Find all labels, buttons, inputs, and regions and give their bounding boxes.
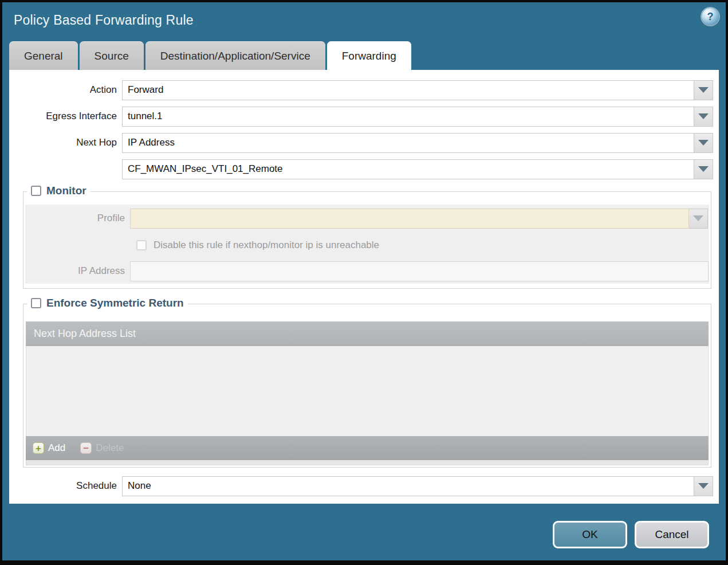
action-value: Forward [128, 84, 163, 96]
monitor-profile-row: Profile [25, 208, 709, 229]
add-button-label: Add [48, 442, 65, 454]
action-select[interactable]: Forward [122, 80, 694, 100]
profile-label: Profile [25, 213, 130, 224]
monitor-ip-row: IP Address [25, 261, 709, 281]
add-plus-icon: + [33, 442, 44, 454]
disable-rule-label: Disable this rule if nexthop/monitor ip … [154, 240, 379, 251]
tab-forwarding-label: Forwarding [342, 50, 396, 62]
profile-dropdown-button [689, 209, 708, 229]
delete-minus-icon: − [80, 442, 92, 454]
enforce-symmetric-return-checkbox[interactable] [31, 298, 41, 308]
schedule-dropdown-button[interactable] [694, 476, 713, 496]
next-hop-label: Next Hop [9, 137, 122, 148]
next-hop-address-list-table: Next Hop Address List + Add − Delete [26, 321, 709, 465]
action-row: Action Forward [9, 80, 713, 100]
add-button[interactable]: + Add [33, 442, 65, 454]
action-label: Action [9, 84, 122, 96]
tab-general[interactable]: General [9, 41, 78, 70]
tab-destination-label: Destination/Application/Service [160, 50, 310, 62]
egress-interface-row: Egress Interface tunnel.1 [9, 106, 713, 127]
schedule-value: None [128, 480, 151, 492]
help-question-glyph: ? [707, 11, 714, 23]
ok-button-label: OK [582, 528, 597, 541]
monitor-ip-input [130, 261, 709, 281]
monitor-legend-label: Monitor [46, 185, 86, 197]
egress-interface-select[interactable]: tunnel.1 [122, 107, 694, 127]
help-icon[interactable]: ? [702, 8, 719, 25]
tab-source-label: Source [95, 50, 129, 62]
tab-general-label: General [24, 50, 63, 62]
next-hop-address-list-body[interactable] [26, 346, 709, 436]
delete-button-label: Delete [96, 442, 124, 454]
next-hop-address-list-header-label: Next Hop Address List [34, 328, 136, 340]
chevron-down-icon [698, 483, 709, 489]
egress-interface-label: Egress Interface [9, 111, 122, 122]
chevron-down-icon [698, 166, 709, 172]
disable-rule-row: Disable this rule if nexthop/monitor ip … [25, 235, 709, 256]
next-hop-address-row: CF_MWAN_IPsec_VTI_01_Remote [9, 159, 713, 179]
action-dropdown-button[interactable] [694, 80, 713, 100]
profile-select [130, 209, 689, 229]
chevron-down-icon [698, 113, 709, 119]
delete-button: − Delete [80, 442, 124, 454]
next-hop-address-dropdown-button[interactable] [694, 159, 713, 179]
disable-rule-checkbox [136, 240, 147, 250]
next-hop-address-value: CF_MWAN_IPsec_VTI_01_Remote [128, 163, 283, 175]
chevron-down-icon [698, 140, 709, 146]
enforce-symmetric-return-fieldset: Enforce Symmetric Return Next Hop Addres… [23, 304, 711, 468]
next-hop-row: Next Hop IP Address [9, 132, 713, 153]
next-hop-type-select[interactable]: IP Address [122, 133, 694, 153]
cancel-button-label: Cancel [655, 528, 688, 541]
monitor-inner: Profile Disable this rule if nexthop/mon… [25, 205, 709, 284]
policy-based-forwarding-dialog: Policy Based Forwarding Rule ? General S… [2, 2, 726, 560]
schedule-select[interactable]: None [122, 476, 694, 496]
egress-interface-value: tunnel.1 [128, 111, 163, 122]
monitor-fieldset: Monitor Profile Disable this [23, 191, 711, 289]
tab-source[interactable]: Source [80, 41, 144, 70]
enforce-legend: Enforce Symmetric Return [27, 297, 188, 309]
tab-destination-application-service[interactable]: Destination/Application/Service [145, 41, 325, 70]
schedule-label: Schedule [9, 480, 122, 492]
monitor-ip-label: IP Address [25, 265, 130, 277]
tab-bar: General Source Destination/Application/S… [9, 40, 719, 70]
dialog-title: Policy Based Forwarding Rule [14, 13, 194, 28]
ok-button[interactable]: OK [553, 521, 627, 548]
enforce-legend-label: Enforce Symmetric Return [46, 297, 184, 309]
forwarding-tab-panel: Action Forward Egress Interface tunnel.1… [9, 70, 719, 504]
dialog-titlebar: Policy Based Forwarding Rule [2, 2, 726, 38]
next-hop-address-list-header: Next Hop Address List [26, 321, 709, 346]
next-hop-dropdown-button[interactable] [694, 133, 713, 153]
schedule-row: Schedule None [9, 476, 713, 496]
monitor-legend: Monitor [27, 185, 90, 197]
next-hop-address-select[interactable]: CF_MWAN_IPsec_VTI_01_Remote [122, 159, 694, 179]
tab-forwarding[interactable]: Forwarding [327, 41, 411, 70]
cancel-button[interactable]: Cancel [635, 521, 709, 548]
next-hop-type-value: IP Address [128, 137, 175, 148]
monitor-checkbox[interactable] [31, 186, 41, 196]
egress-interface-dropdown-button[interactable] [694, 107, 713, 127]
chevron-down-icon [693, 215, 703, 221]
chevron-down-icon [698, 87, 709, 93]
next-hop-address-list-toolbar: + Add − Delete [26, 436, 709, 460]
table-scroll-strip [26, 460, 709, 465]
